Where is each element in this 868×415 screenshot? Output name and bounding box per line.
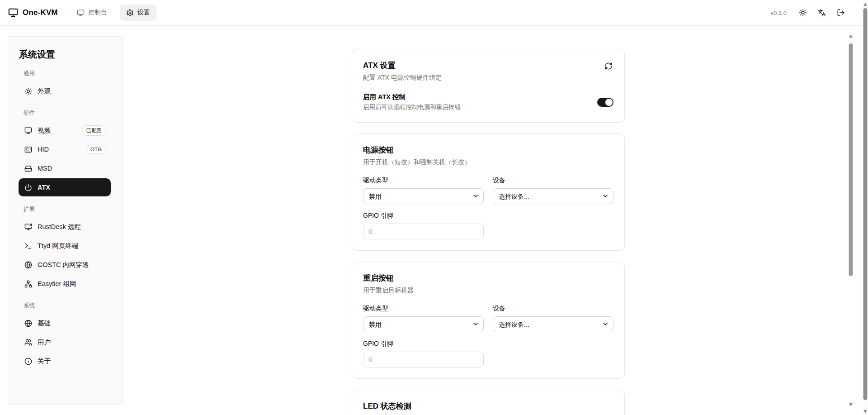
card-title: ATX 设置 [363, 60, 442, 71]
sidebar-item-label: 视频 [38, 126, 51, 135]
sidebar-item-label: ATX [38, 184, 50, 191]
section-label-hardware: 硬件 [24, 109, 123, 117]
sidebar-item-hid[interactable]: HID OTG [19, 140, 111, 158]
card-subtitle: 用于开机（短按）和强制关机（长按） [363, 158, 613, 167]
sidebar-item-users[interactable]: 用户 [19, 333, 111, 351]
info-icon [24, 358, 32, 365]
section-label-general: 通用 [24, 70, 123, 77]
restart-driver-select[interactable]: 禁用 [363, 316, 484, 332]
sidebar-item-label: 用户 [38, 338, 51, 347]
window-scrollbar[interactable] [863, 0, 868, 415]
sidebar-item-label: Easytier 组网 [38, 280, 76, 288]
sidebar-item-appearance[interactable]: 外观 [19, 82, 111, 100]
page-title: 系统设置 [19, 48, 123, 61]
sidebar-item-label: 关于 [38, 357, 51, 366]
card-title: LED 状态检测 [363, 401, 613, 411]
section-label-system: 系统 [24, 302, 123, 310]
sidebar-item-atx[interactable]: ATX [19, 178, 111, 196]
driver-type-label: 驱动类型 [363, 176, 484, 185]
sidebar-item-about[interactable]: 关于 [19, 352, 111, 370]
tab-console-label: 控制台 [88, 9, 107, 17]
hard-drive-icon [24, 165, 32, 172]
sun-icon [799, 9, 807, 17]
power-gpio-input[interactable] [363, 224, 484, 239]
header-actions: v0.1.0 [771, 5, 855, 21]
toggle-label: 启用 ATX 控制 [363, 93, 461, 101]
sidebar-item-msd[interactable]: MSD [19, 159, 111, 177]
restart-button-card: 重启按钮 用于重启目标机器 驱动类型 禁用 设备 选择 [352, 262, 625, 379]
status-badge: 已配置 [82, 125, 107, 136]
card-subtitle: 用于重启目标机器 [363, 286, 613, 295]
tab-settings-label: 设置 [137, 9, 150, 17]
power-button-card: 电源按钮 用于开机（短按）和强制关机（长按） 驱动类型 禁用 设备 [352, 134, 625, 251]
restart-gpio-input[interactable] [363, 352, 484, 367]
power-device-select[interactable]: 选择设备... [493, 188, 613, 204]
section-label-extensions: 扩展 [24, 205, 123, 213]
sidebar-item-label: GOSTC 内网穿透 [38, 261, 89, 269]
toggle-knob [605, 99, 613, 106]
globe-icon [24, 261, 32, 269]
scrollbar-thumb[interactable] [863, 8, 868, 400]
screen-share-icon [24, 223, 32, 231]
sidebar-item-ttyd[interactable]: Ttyd 网页终端 [19, 237, 111, 255]
sidebar-item-label: Ttyd 网页终端 [38, 242, 78, 250]
logout-button[interactable] [833, 5, 849, 21]
tab-settings[interactable]: 设置 [120, 5, 156, 21]
sidebar-item-gostc[interactable]: GOSTC 内网穿透 [19, 256, 111, 274]
monitor-icon [77, 9, 85, 17]
restart-device-select[interactable]: 选择设备... [493, 316, 613, 332]
sidebar-item-basic[interactable]: 基础 [19, 314, 111, 332]
refresh-button[interactable] [601, 58, 616, 74]
sidebar-item-easytier[interactable]: Easytier 组网 [19, 275, 111, 293]
gpio-pin-label: GPIO 引脚 [363, 212, 484, 220]
scrollbar-thumb[interactable] [849, 43, 853, 276]
refresh-icon [604, 62, 613, 70]
tab-console[interactable]: 控制台 [71, 5, 113, 21]
sidebar-item-label: 外观 [38, 87, 51, 95]
device-label: 设备 [493, 176, 613, 185]
sidebar-item-label: RustDesk 远程 [38, 223, 81, 231]
sidebar-item-label: HID [38, 146, 49, 153]
card-title: 重启按钮 [363, 273, 613, 283]
scroll-down-arrow[interactable] [849, 403, 853, 406]
settings-content: ATX 设置 配置 ATX 电源控制硬件绑定 启用 ATX 控制 启用后可以远程… [123, 26, 854, 415]
main-nav: 控制台 设置 [71, 5, 156, 21]
monitor-icon [8, 8, 18, 18]
driver-type-label: 驱动类型 [363, 305, 484, 313]
content-scrollbar[interactable] [848, 32, 854, 409]
scroll-up-arrow[interactable] [849, 34, 853, 38]
atx-settings-card: ATX 设置 配置 ATX 电源控制硬件绑定 启用 ATX 控制 启用后可以远程… [352, 49, 625, 123]
toggle-description: 启用后可以远程控制电源和重启按钮 [363, 103, 461, 111]
keyboard-icon [24, 146, 32, 153]
terminal-icon [24, 242, 32, 250]
monitor-icon [24, 127, 32, 134]
gpio-pin-label: GPIO 引脚 [363, 340, 484, 348]
sidebar-item-label: MSD [38, 165, 52, 172]
card-title: 电源按钮 [363, 145, 613, 155]
globe-icon [24, 320, 32, 327]
card-subtitle: 配置 ATX 电源控制硬件绑定 [363, 74, 442, 82]
power-icon [24, 184, 32, 191]
sidebar-item-rustdesk[interactable]: RustDesk 远程 [19, 218, 111, 236]
logout-icon [837, 9, 845, 17]
atx-enable-toggle[interactable] [597, 98, 613, 107]
version-label: v0.1.0 [771, 10, 787, 16]
sun-icon [24, 87, 32, 95]
app-logo: One-KVM [8, 8, 58, 18]
top-bar: One-KVM 控制台 设置 v0.1.0 [0, 0, 863, 26]
led-status-card: LED 状态检测 检测主机电源 LED 以确定电源状态（可选） [352, 390, 625, 415]
scroll-up-arrow[interactable] [863, 3, 867, 6]
power-driver-select[interactable]: 禁用 [363, 188, 484, 204]
users-icon [24, 339, 32, 346]
gear-icon [126, 9, 134, 17]
device-label: 设备 [493, 305, 613, 313]
settings-sidebar: 系统设置 通用 外观 硬件 视频 已配置 HID OTG MSD ATX 扩展 … [8, 36, 123, 405]
scroll-down-arrow[interactable] [863, 410, 867, 413]
sidebar-item-label: 基础 [38, 319, 51, 328]
sidebar-item-video[interactable]: 视频 已配置 [19, 121, 111, 139]
network-icon [24, 280, 32, 288]
app-title: One-KVM [23, 8, 58, 17]
language-button[interactable] [814, 5, 830, 21]
languages-icon [818, 9, 826, 17]
theme-toggle-button[interactable] [795, 5, 811, 21]
